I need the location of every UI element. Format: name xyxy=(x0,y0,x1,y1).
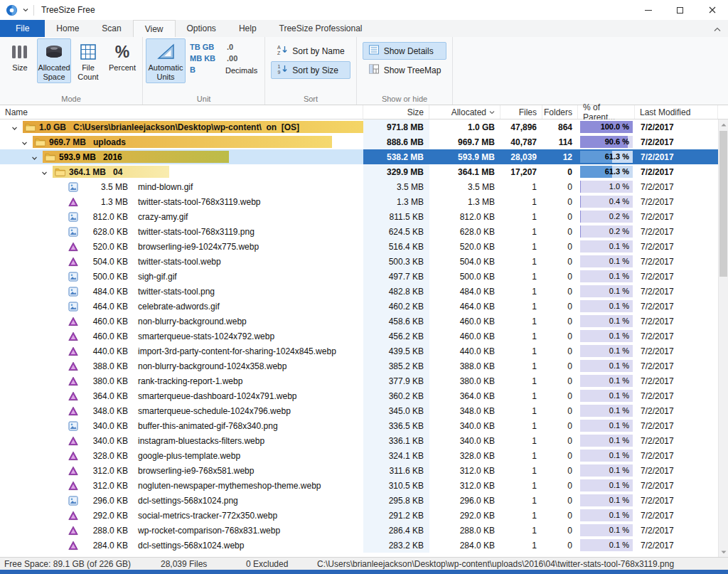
name-cell[interactable]: 296.0 KBdcl-settings-568x1024.png xyxy=(0,493,363,508)
quick-access-caret-icon[interactable] xyxy=(23,8,28,12)
name-cell[interactable]: 328.0 KBgoogle-plus-template.webp xyxy=(0,448,363,463)
name-cell[interactable]: 464.0 KBcelebrate-adwords.gif xyxy=(0,299,363,314)
table-row[interactable]: 312.0 KBbrowserling-ie9-768x581.webp311.… xyxy=(0,463,718,478)
column-header-allocated[interactable]: Allocated xyxy=(429,105,500,119)
tab-home[interactable]: Home xyxy=(45,20,90,37)
table-row[interactable]: 812.0 KBcrazy-amy.gif811.5 KB812.0 KB100… xyxy=(0,209,718,224)
percent-mode-button[interactable]: % Percent xyxy=(105,38,139,75)
scrollbar-thumb[interactable] xyxy=(719,131,727,277)
name-cell[interactable]: 288.0 KBwp-rocket-comparison-768x831.web… xyxy=(0,523,363,538)
show-treemap-button[interactable]: Show TreeMap xyxy=(363,61,447,79)
name-cell[interactable]: 340.0 KBbuffer-this-animated-gif-768x340… xyxy=(0,418,363,433)
table-row[interactable]: 500.0 KBsigh-gif.gif497.7 KB500.0 KB100.… xyxy=(0,269,718,284)
expand-chevron-icon[interactable] xyxy=(41,169,48,175)
table-row[interactable]: 440.0 KBimport-3rd-party-content-for-sha… xyxy=(0,344,718,358)
expand-chevron-icon[interactable] xyxy=(21,139,28,145)
table-row[interactable]: 340.0 KBinstagram-bluestacks-filters.web… xyxy=(0,433,718,448)
sort-by-name-button[interactable]: AZ Sort by Name xyxy=(271,42,350,60)
table-row[interactable]: 628.0 KBtwitter-stats-tool-768x3119.png6… xyxy=(0,224,718,239)
vertical-scrollbar[interactable] xyxy=(718,119,728,557)
table-row[interactable]: 460.0 KBsmarterqueue-stats-1024x792.webp… xyxy=(0,329,718,344)
name-cell[interactable]: 484.0 KBtwitter-stats-tool.png xyxy=(0,284,363,299)
name-cell[interactable]: 3.5 MBmind-blown.gif xyxy=(0,179,363,194)
collapse-ribbon-icon[interactable] xyxy=(714,24,721,34)
table-row[interactable]: 292.0 KBsocial-metrics-tracker-772x350.w… xyxy=(0,508,718,523)
table-row[interactable]: 504.0 KBtwitter-stats-tool.webp500.3 KB5… xyxy=(0,254,718,269)
table-row[interactable]: 484.0 KBtwitter-stats-tool.png482.8 KB48… xyxy=(0,284,718,299)
scroll-down-icon[interactable] xyxy=(719,547,728,557)
name-cell[interactable]: 460.0 KBsmarterqueue-stats-1024x792.webp xyxy=(0,329,363,344)
name-cell[interactable]: 460.0 KBnon-blurry-background.webp xyxy=(0,314,363,329)
name-cell[interactable]: 364.1 MB04 xyxy=(0,164,363,179)
column-header-name[interactable]: Name xyxy=(0,105,363,119)
tab-view[interactable]: View xyxy=(133,20,176,37)
close-button[interactable] xyxy=(696,0,728,20)
name-cell[interactable]: 504.0 KBtwitter-stats-tool.webp xyxy=(0,254,363,269)
table-row[interactable]: 348.0 KBsmarterqueue-schedule-1024x796.w… xyxy=(0,403,718,418)
unit-b-button[interactable]: B xyxy=(190,65,215,74)
unit-mb-kb-button[interactable]: MB KB xyxy=(190,54,215,63)
table-row[interactable]: 296.0 KBdcl-settings-568x1024.png295.8 K… xyxy=(0,493,718,508)
decimals-label[interactable]: Decimals xyxy=(224,66,257,75)
table-row[interactable]: 520.0 KBbrowserling-ie9-1024x775.webp516… xyxy=(0,239,718,254)
table-row[interactable]: 380.0 KBrank-tracking-report-1.webp377.9… xyxy=(0,373,718,388)
name-cell[interactable]: 348.0 KBsmarterqueue-schedule-1024x796.w… xyxy=(0,403,363,418)
table-row[interactable]: 460.0 KBnon-blurry-background.webp458.6 … xyxy=(0,314,718,329)
decimals-decrease-button[interactable]: .00 xyxy=(224,53,240,64)
name-cell[interactable]: 340.0 KBinstagram-bluestacks-filters.web… xyxy=(0,433,363,448)
table-row[interactable]: 969.7 MBuploads888.6 MB969.7 MB40,787114… xyxy=(0,134,718,149)
column-header-size[interactable]: Size xyxy=(363,105,429,119)
sort-by-size-button[interactable]: 19 Sort by Size xyxy=(271,61,350,79)
table-row[interactable]: 3.5 MBmind-blown.gif3.5 MB3.5 MB101.0 %7… xyxy=(0,179,718,194)
automatic-units-button[interactable]: Automatic Units xyxy=(146,38,186,83)
tab-help[interactable]: Help xyxy=(228,20,268,37)
name-cell[interactable]: 812.0 KBcrazy-amy.gif xyxy=(0,209,363,224)
table-row[interactable]: 288.0 KBwp-rocket-comparison-768x831.web… xyxy=(0,523,718,538)
table-row[interactable]: 340.0 KBbuffer-this-animated-gif-768x340… xyxy=(0,418,718,433)
tab-options[interactable]: Options xyxy=(176,20,228,37)
column-header-last-modified[interactable]: Last Modified xyxy=(635,105,718,119)
table-row[interactable]: 1.0 GBC:\Users\brianleejackson\Desktop\w… xyxy=(0,119,718,134)
tab-scan[interactable]: Scan xyxy=(90,20,132,37)
column-header-folders[interactable]: Folders xyxy=(542,105,578,119)
minimize-button[interactable] xyxy=(632,0,664,20)
show-details-button[interactable]: Show Details xyxy=(363,42,447,60)
table-row[interactable]: 364.1 MB04329.9 MB364.1 MB17,207061.3 %7… xyxy=(0,164,718,179)
column-header-pct-of-parent[interactable]: % of Parent... xyxy=(578,105,635,119)
table-row[interactable]: 328.0 KBgoogle-plus-template.webp324.1 K… xyxy=(0,448,718,463)
name-cell[interactable]: 284.0 KBdcl-settings-568x1024.webp xyxy=(0,538,363,553)
size-mode-button[interactable]: Size xyxy=(3,38,37,75)
name-cell[interactable]: 520.0 KBbrowserling-ie9-1024x775.webp xyxy=(0,239,363,254)
file-count-button[interactable]: File Count xyxy=(71,38,105,83)
name-cell[interactable]: 1.0 GBC:\Users\brianleejackson\Desktop\w… xyxy=(0,119,363,134)
table-row[interactable]: 464.0 KBcelebrate-adwords.gif460.2 KB464… xyxy=(0,299,718,314)
name-cell[interactable]: 628.0 KBtwitter-stats-tool-768x3119.png xyxy=(0,224,363,239)
name-cell[interactable]: 380.0 KBrank-tracking-report-1.webp xyxy=(0,373,363,388)
name-cell[interactable]: 364.0 KBsmarterqueue-dashboard-1024x791.… xyxy=(0,388,363,403)
name-cell[interactable]: 388.0 KBnon-blurry-background-1024x358.w… xyxy=(0,358,363,373)
tab-treesize-professional[interactable]: TreeSize Professional xyxy=(268,20,374,37)
name-cell[interactable]: 969.7 MBuploads xyxy=(0,134,363,149)
decimals-increase-button[interactable]: .0 xyxy=(224,41,236,53)
name-cell[interactable]: 1.3 MBtwitter-stats-tool-768x3119.webp xyxy=(0,194,363,209)
maximize-button[interactable] xyxy=(664,0,696,20)
table-row[interactable]: 593.9 MB2016538.2 MB593.9 MB28,0391261.3… xyxy=(0,149,718,164)
allocated-space-button[interactable]: Allocated Space xyxy=(37,38,71,83)
table-row[interactable]: 364.0 KBsmarterqueue-dashboard-1024x791.… xyxy=(0,388,718,403)
name-cell[interactable]: 312.0 KBnogluten-newspaper-mythemeshop-t… xyxy=(0,478,363,493)
name-cell[interactable]: 292.0 KBsocial-metrics-tracker-772x350.w… xyxy=(0,508,363,523)
scroll-up-icon[interactable] xyxy=(719,119,728,129)
table-row[interactable]: 388.0 KBnon-blurry-background-1024x358.w… xyxy=(0,358,718,373)
expand-chevron-icon[interactable] xyxy=(11,124,18,130)
expand-chevron-icon[interactable] xyxy=(31,154,38,160)
name-cell[interactable]: 312.0 KBbrowserling-ie9-768x581.webp xyxy=(0,463,363,478)
table-row[interactable]: 284.0 KBdcl-settings-568x1024.webp283.2 … xyxy=(0,538,718,553)
tab-file[interactable]: File xyxy=(0,20,45,37)
table-row[interactable]: 1.3 MBtwitter-stats-tool-768x3119.webp1.… xyxy=(0,194,718,209)
unit-tb-gb-button[interactable]: TB GB xyxy=(190,43,215,51)
name-cell[interactable]: 593.9 MB2016 xyxy=(0,149,363,164)
column-header-files[interactable]: Files xyxy=(500,105,542,119)
table-row[interactable]: 312.0 KBnogluten-newspaper-mythemeshop-t… xyxy=(0,478,718,493)
name-cell[interactable]: 440.0 KBimport-3rd-party-content-for-sha… xyxy=(0,344,363,358)
name-cell[interactable]: 500.0 KBsigh-gif.gif xyxy=(0,269,363,284)
